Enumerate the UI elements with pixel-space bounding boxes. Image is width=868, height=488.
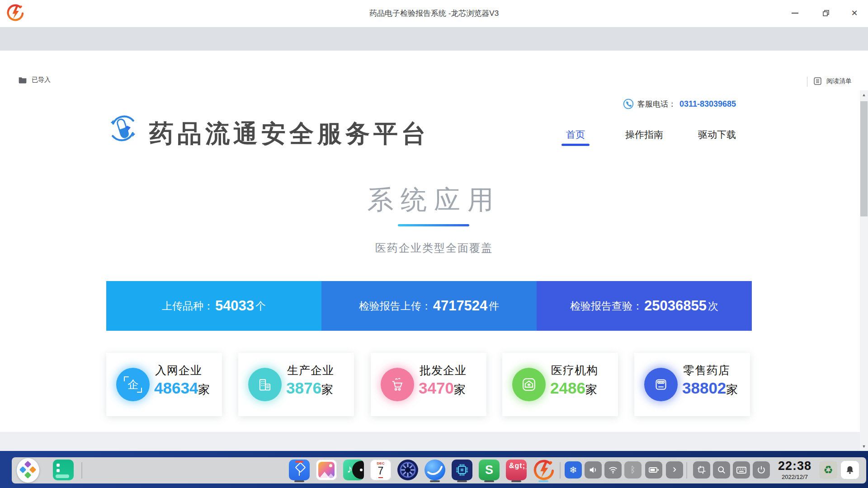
running-indicator	[430, 480, 440, 482]
running-indicator	[294, 480, 304, 482]
close-button[interactable]: ✕	[847, 6, 862, 20]
running-indicator	[511, 480, 521, 482]
browser-window: 药品电子检验报告系统 -龙芯浏览器V3 ✕ 药品电子检验报告系统 × + ⌄ ←…	[0, 0, 868, 451]
nav-home[interactable]: 首页	[566, 128, 585, 141]
stats-bar: 上传品种：54033个 检验报告上传：4717524件 检验报告查验：25036…	[106, 281, 752, 331]
section-title: 系统应用	[0, 183, 868, 218]
bookmarks-bar: 已导入 阅读清单	[0, 73, 868, 91]
card-medical-institutions: 医疗机构 2486家	[502, 353, 618, 416]
browser-app-icon[interactable]	[425, 460, 445, 480]
notifications-bell-icon[interactable]	[841, 461, 859, 479]
bluetooth-icon[interactable]: ᛒ	[624, 461, 642, 479]
stat-uploaded-varieties: 上传品种：54033个	[106, 281, 321, 331]
window-title: 药品电子检验报告系统 -龙芯浏览器V3	[0, 8, 868, 19]
folder-icon	[18, 76, 27, 84]
notes-app-icon[interactable]	[53, 460, 74, 480]
cart-icon	[381, 368, 414, 401]
wps-office-icon[interactable]: S	[479, 460, 500, 480]
page-content: 客服电话： 0311-83039685 药品流通安全服务平台 首页 操作指南 驱…	[0, 90, 868, 451]
loongson-browser-icon[interactable]	[533, 460, 554, 480]
phone-icon	[623, 99, 634, 109]
device-manager-icon[interactable]	[452, 460, 472, 480]
control-center-icon[interactable]	[397, 460, 418, 480]
card-network-enterprises: 企 入网企业 48634家	[106, 353, 222, 416]
minimize-button[interactable]	[787, 6, 802, 20]
battery-icon[interactable]	[645, 461, 662, 479]
music-app-icon[interactable]: ♪	[343, 460, 364, 480]
factory-icon	[248, 368, 282, 401]
window-titlebar: 药品电子检验报告系统 -龙芯浏览器V3 ✕	[0, 0, 868, 27]
wifi-icon[interactable]	[604, 461, 622, 479]
keyboard-icon[interactable]	[733, 461, 750, 479]
search-icon[interactable]	[713, 461, 730, 479]
card-manufacturers: 生产企业 3876家	[238, 353, 354, 416]
app-store-icon[interactable]	[289, 460, 310, 480]
calendar-app-icon[interactable]: DEC 7	[370, 460, 391, 480]
brand-title: 药品流通安全服务平台	[149, 117, 429, 150]
restore-icon	[822, 9, 830, 17]
power-icon[interactable]	[753, 461, 770, 479]
photos-app-icon[interactable]	[316, 460, 337, 480]
running-indicator	[457, 480, 467, 482]
clock-time: 22:38	[771, 459, 818, 473]
enterprise-icon: 企	[116, 368, 150, 401]
scroll-up-button[interactable]: ▲	[860, 90, 868, 99]
hospital-icon	[512, 368, 546, 401]
nav-guide[interactable]: 操作指南	[625, 128, 663, 141]
taskbar-separator	[686, 462, 687, 479]
scroll-down-button[interactable]: ▼	[860, 442, 868, 451]
launcher-icon[interactable]	[17, 458, 39, 483]
service-phone: 客服电话： 0311-83039685	[623, 99, 736, 109]
nav-driver-download[interactable]: 驱动下载	[698, 128, 736, 141]
running-indicator	[484, 480, 494, 482]
minimize-icon	[792, 13, 798, 14]
clock-date: 2022/12/7	[771, 474, 818, 480]
reading-list-icon	[813, 76, 822, 86]
screenshot-clip-icon[interactable]	[693, 461, 710, 479]
taskbar-clock[interactable]: 22:38 2022/12/7	[771, 459, 818, 480]
input-method-icon[interactable]: ❄	[565, 461, 582, 479]
scrollbar-thumb[interactable]	[860, 101, 868, 216]
bookbar-divider	[807, 77, 807, 87]
service-phone-number[interactable]: 0311-83039685	[679, 99, 736, 109]
tab-strip: 药品电子检验报告系统 × + ⌄	[0, 27, 868, 51]
card-wholesalers: 批发企业 3470家	[371, 353, 486, 416]
taskbar-separator	[81, 462, 82, 479]
running-indicator-active	[538, 480, 548, 482]
restore-button[interactable]	[818, 6, 834, 20]
section-subtitle: 医药企业类型全面覆盖	[0, 241, 868, 255]
nav-active-underline	[561, 144, 590, 146]
volume-icon[interactable]	[585, 461, 602, 479]
taskbar-separator	[560, 462, 561, 479]
navigation-toolbar: ← → ↻ ⌂ ↺ 不安全 211.90.38.76:1650/login.as…	[0, 51, 868, 73]
scrollbar[interactable]: ▲ ▼	[860, 90, 868, 451]
terminal-app-icon[interactable]: &gt;_	[506, 460, 527, 480]
tray-expand-icon[interactable]: ›	[666, 461, 683, 479]
card-retail-pharmacies: 零售药店 38802家	[634, 353, 750, 416]
section-underline	[398, 224, 469, 226]
trash-icon[interactable]: ♻	[819, 461, 837, 479]
platform-logo-icon	[108, 113, 138, 144]
bookmark-folder-imported[interactable]: 已导入	[18, 76, 51, 84]
reading-list-button[interactable]: 阅读清单	[813, 76, 852, 86]
stat-reports-checked: 检验报告查验：25036855次	[537, 281, 752, 331]
storefront-icon	[644, 368, 678, 401]
stat-reports-uploaded: 检验报告上传：4717524件	[321, 281, 537, 331]
page-footer-band	[0, 432, 868, 451]
